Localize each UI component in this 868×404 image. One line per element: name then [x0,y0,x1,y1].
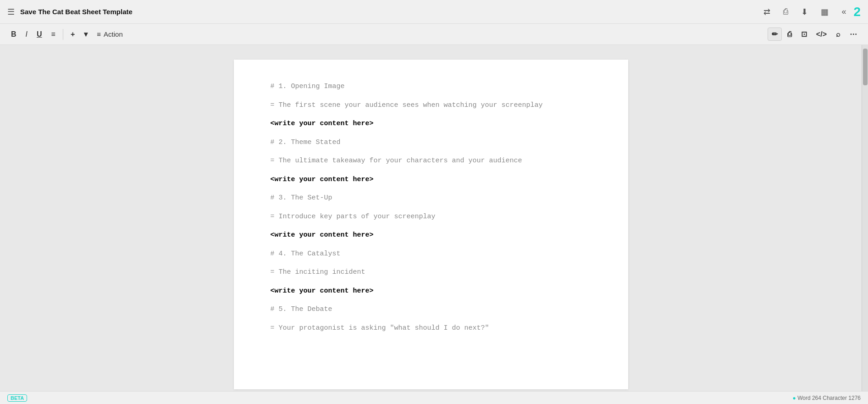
plus-button[interactable]: + [67,28,78,40]
action-text: Action [104,30,123,38]
content-line[interactable]: <write your content here> [271,230,592,241]
content-line[interactable]: # 1. Opening Image [271,82,592,92]
content-line[interactable]: <write your content here> [271,119,592,129]
align-button[interactable]: ≡ [48,28,59,40]
status-word-count: ● Word 264 Character 1276 [793,395,861,401]
italic-button[interactable]: I [22,28,31,40]
content-line[interactable]: <write your content here> [271,175,592,185]
content-line[interactable]: # 3. The Set-Up [271,193,592,204]
content-line[interactable]: # 5. The Debate [271,304,592,315]
edit-mode-button[interactable]: ✏ [768,28,782,41]
chevron-button[interactable]: ▾ [80,28,91,40]
status-dot: ● [793,395,796,401]
editor-main[interactable]: # 1. Opening Image= The first scene your… [0,45,862,404]
preview-button[interactable]: ⊡ [797,28,811,40]
scrollbar[interactable] [862,45,868,404]
content-line[interactable]: = The ultimate takeaway for your charact… [271,156,592,166]
content-line[interactable]: = The first scene your audience sees whe… [271,100,592,111]
content-line[interactable]: = Your protagonist is asking "what shoul… [271,323,592,334]
rename-button[interactable]: ⇄ [760,5,774,19]
content-line[interactable]: <write your content here> [271,286,592,297]
beta-badge: BETA [7,394,27,402]
collapse-button[interactable]: « [838,5,850,18]
grid-button[interactable]: ▦ [817,5,832,19]
toolbar-divider [63,29,63,40]
title-right: « 2 [838,5,861,19]
action-list-icon: ≡ [97,30,101,38]
content-line[interactable]: = The inciting incident [271,267,592,278]
bold-button[interactable]: B [7,28,20,40]
more-button[interactable]: ⋯ [846,28,861,40]
download-button[interactable]: ⬇ [797,5,812,19]
scrollbar-thumb[interactable] [863,49,868,85]
editor-page[interactable]: # 1. Opening Image= The first scene your… [234,60,628,389]
search-button[interactable]: ⌕ [832,28,844,40]
page-number: 2 [853,5,861,19]
code-button[interactable]: </> [813,28,830,40]
action-label[interactable]: ≡ Action [97,30,122,38]
underline-button[interactable]: U [33,28,46,40]
print-button[interactable]: ⎙ [780,5,792,18]
title-bar: ☰ Save The Cat Beat Sheet Template ⇄ ⎙ ⬇… [0,0,868,24]
print-mode-button[interactable]: ⎙ [784,28,796,40]
toolbar: B I U ≡ + ▾ ≡ Action ✏ ⎙ ⊡ </> ⌕ ⋯ [0,24,868,45]
toolbar-right: ✏ ⎙ ⊡ </> ⌕ ⋯ [768,28,861,41]
editor-container: # 1. Opening Image= The first scene your… [0,45,868,404]
content-line[interactable]: = Introduce key parts of your screenplay [271,212,592,222]
doc-title: Save The Cat Beat Sheet Template [20,8,754,16]
content-line[interactable]: # 2. Theme Stated [271,138,592,148]
doc-icon: ☰ [7,7,15,17]
content-line[interactable]: # 4. The Catalyst [271,249,592,260]
word-count-text: Word 264 Character 1276 [797,395,861,401]
status-bar: BETA ● Word 264 Character 1276 [0,391,868,404]
